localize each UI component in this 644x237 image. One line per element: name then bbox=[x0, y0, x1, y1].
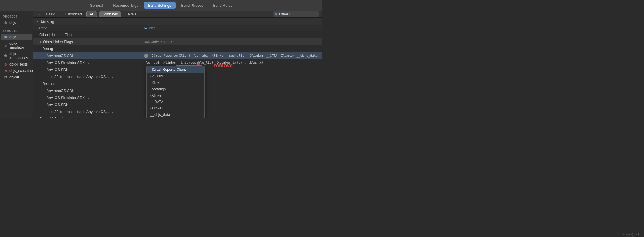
stepper-icon[interactable]: ⌄ bbox=[71, 68, 73, 71]
sidebar-target-trampolines-label: objc-trampolines bbox=[9, 52, 30, 60]
section-title: Linking bbox=[41, 19, 54, 24]
table-container: ▼ Linking Setting 🏛 objc Other Librarian… bbox=[33, 18, 322, 118]
all-button[interactable]: All bbox=[86, 11, 97, 17]
top-nav: General Resource Tags Build Settings Bui… bbox=[0, 0, 322, 11]
setting-name: Intel 32-bit architecture | Any macOS...… bbox=[36, 75, 144, 79]
section-header-linking: ▼ Linking bbox=[33, 18, 322, 25]
sidebar-item-objc-executables[interactable]: ⊗ objc_executables bbox=[1, 68, 32, 74]
content-area: + Basic Customized All Combined Levels ⊕… bbox=[33, 11, 322, 118]
building-icon-trampolines: 🏛 bbox=[3, 54, 8, 58]
setting-value: <Multiple values> bbox=[144, 40, 319, 44]
sidebar-item-objc-trampolines[interactable]: 🏛 objc-trampolines bbox=[1, 51, 32, 61]
column-headers: Setting 🏛 objc bbox=[33, 25, 322, 31]
setting-name: Any iOS SDK ⌄ bbox=[36, 68, 144, 72]
sidebar-target-simulator-label: objc-simulator bbox=[9, 41, 30, 49]
toolbar: + Basic Customized All Combined Levels ⊕ bbox=[33, 11, 322, 18]
sidebar-item-objcdt[interactable]: ✉ objcdt bbox=[1, 74, 32, 80]
stepper-icon[interactable]: ⌄ bbox=[111, 75, 114, 78]
col-header-setting: Setting bbox=[36, 26, 144, 30]
tab-general[interactable]: General bbox=[85, 2, 108, 9]
sidebar-target-tests-label: objc4_tests bbox=[9, 62, 28, 66]
search-box: ⊕ bbox=[273, 11, 319, 17]
levels-button[interactable]: Levels bbox=[123, 11, 139, 17]
circle-icon-executables: ⊗ bbox=[3, 69, 8, 73]
project-section-label: PROJECT bbox=[0, 14, 33, 20]
setting-name: Quote Linker Arguments bbox=[36, 117, 144, 119]
sidebar-item-objc-simulator[interactable]: ⊗ objc-simulator bbox=[1, 40, 32, 51]
setting-name: Other Librarian Flags bbox=[36, 33, 144, 37]
sidebar-item-project-objc[interactable]: 🏛 objc bbox=[1, 20, 32, 26]
setting-name: Any macOS SDK ⌄ bbox=[36, 89, 144, 93]
minus-button[interactable]: − bbox=[144, 54, 148, 58]
table-row[interactable]: Other Librarian Flags bbox=[33, 31, 322, 38]
dropdown-item[interactable]: -Xlinker bbox=[147, 105, 204, 112]
tab-build-settings[interactable]: Build Settings bbox=[144, 2, 176, 9]
table-row: Debug bbox=[33, 45, 322, 52]
envelope-icon: ✉ bbox=[3, 75, 8, 79]
circle-icon-tests: ⊗ bbox=[3, 62, 8, 66]
circle-icon-simulator: ⊗ bbox=[3, 43, 8, 47]
stepper-icon[interactable]: ⌄ bbox=[77, 89, 79, 92]
basic-button[interactable]: Basic bbox=[43, 11, 58, 17]
search-icon: ⊕ bbox=[275, 12, 278, 16]
tab-build-rules[interactable]: Build Rules bbox=[208, 2, 237, 9]
project-col-label: objc bbox=[149, 26, 155, 30]
dropdown-item-selected[interactable]: -ICrashReporterClient bbox=[147, 66, 204, 73]
search-input[interactable] bbox=[279, 12, 314, 16]
dropdown-item[interactable]: -Xlinker bbox=[147, 79, 204, 86]
sidebar-item-objc4-tests[interactable]: ⊗ objc4_tests bbox=[1, 61, 32, 68]
table-row[interactable]: Any macOS SDK ⌄ − -ICrashReporterClient … bbox=[33, 52, 322, 59]
remove-label: remove bbox=[214, 63, 233, 69]
dropdown-item[interactable]: __objc_data bbox=[147, 112, 204, 118]
setting-col-label: Setting bbox=[36, 26, 47, 30]
tab-resource-tags[interactable]: Resource Tags bbox=[108, 2, 143, 9]
setting-name: Intel 32-bit architecture | Any macOS...… bbox=[36, 110, 144, 114]
add-button[interactable]: + bbox=[36, 12, 41, 17]
dropdown-item[interactable]: -Xlinker bbox=[147, 118, 204, 118]
setting-value: -ICrashReporterClient -lc++abi -Xlinker … bbox=[150, 54, 319, 58]
customized-button[interactable]: Customized bbox=[60, 11, 85, 17]
main-layout: PROJECT 🏛 objc TARGETS 🏛 objc ⊗ objc-sim… bbox=[0, 11, 322, 118]
chevron-down-icon: ▼ bbox=[36, 20, 39, 23]
sidebar-item-objc[interactable]: 🏛 objc bbox=[1, 34, 32, 40]
table-row[interactable]: ▼ Other Linker Flags <Multiple values> bbox=[33, 38, 322, 45]
building-icon-objc: 🏛 bbox=[3, 35, 8, 39]
dropdown-item[interactable]: -Xlinker bbox=[147, 92, 204, 99]
setting-name: Any iOS Simulator SDK ⌄ bbox=[36, 61, 144, 65]
stepper-icon[interactable]: ⌄ bbox=[111, 110, 114, 113]
setting-name: Any iOS Simulator SDK ⌄ bbox=[36, 96, 144, 100]
dropdown-popup: -ICrashReporterClient -lc++abi -Xlinker … bbox=[146, 66, 205, 118]
chevron-icon: ▼ bbox=[39, 40, 42, 43]
dropdown-item[interactable]: -sectalign bbox=[147, 86, 204, 92]
combined-button[interactable]: Combined bbox=[99, 11, 121, 17]
sidebar-target-objc-label: objc bbox=[9, 35, 16, 39]
stepper-icon[interactable]: ⌄ bbox=[77, 54, 79, 57]
building-icon: 🏛 bbox=[3, 21, 8, 25]
dropdown-item[interactable]: -lc++abi bbox=[147, 73, 204, 79]
dropdown-item[interactable]: __DATA bbox=[147, 99, 204, 105]
setting-name: Debug bbox=[36, 47, 144, 51]
setting-name: Any macOS SDK ⌄ bbox=[36, 54, 144, 58]
stepper-icon[interactable]: ⌄ bbox=[87, 96, 89, 99]
stepper-icon[interactable]: ⌄ bbox=[71, 103, 73, 106]
targets-section-label: TARGETS bbox=[0, 28, 33, 34]
setting-name: ▼ Other Linker Flags bbox=[36, 40, 144, 44]
tab-build-phases[interactable]: Build Phases bbox=[176, 2, 208, 9]
setting-name: Any iOS SDK ⌄ bbox=[36, 103, 144, 107]
stepper-icon[interactable]: ⌄ bbox=[87, 61, 89, 64]
col-header-project: 🏛 objc bbox=[144, 26, 319, 30]
setting-name: Release bbox=[36, 82, 144, 86]
sidebar-target-objcdt-label: objcdt bbox=[9, 75, 19, 79]
sidebar-project-label: objc bbox=[9, 21, 16, 25]
sidebar: PROJECT 🏛 objc TARGETS 🏛 objc ⊗ objc-sim… bbox=[0, 11, 33, 118]
building-col-icon: 🏛 bbox=[144, 26, 147, 30]
